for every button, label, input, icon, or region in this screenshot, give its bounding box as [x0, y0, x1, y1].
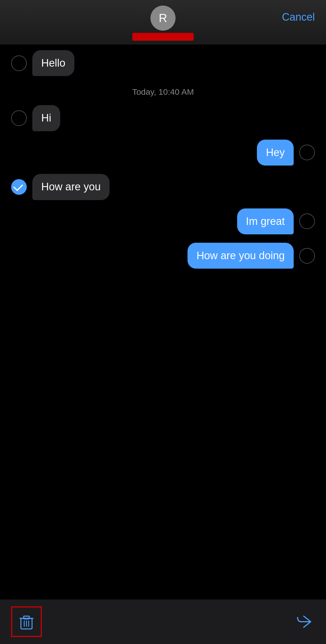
message-checkbox[interactable]: [11, 55, 27, 71]
message-checkbox[interactable]: [11, 110, 27, 126]
timestamp: Today, 10:40 AM: [11, 87, 315, 97]
bottom-toolbar: [0, 599, 326, 644]
message-checkbox[interactable]: [299, 248, 315, 264]
message-checkbox[interactable]: [299, 213, 315, 229]
message-bubble: Hello: [32, 50, 74, 76]
message-row: How are you: [11, 174, 315, 200]
message-checkbox[interactable]: [299, 145, 315, 160]
share-icon: [295, 612, 315, 631]
cancel-button[interactable]: Cancel: [282, 11, 315, 23]
contact-name-bar: [132, 33, 194, 41]
message-bubble: Hey: [257, 140, 294, 166]
message-row: Im great: [11, 208, 315, 234]
avatar-letter: R: [159, 11, 167, 25]
avatar: R: [150, 6, 176, 31]
messages-area: Hello Today, 10:40 AM Hi Hey How are you…: [0, 45, 326, 283]
message-bubble: How are you doing: [188, 243, 294, 269]
message-row: Hey: [11, 140, 315, 166]
contact-avatar-container: R: [132, 6, 194, 41]
delete-button[interactable]: [11, 606, 42, 637]
message-bubble: Im great: [237, 208, 294, 234]
message-row: Hello: [11, 50, 315, 76]
message-bubble: Hi: [32, 105, 60, 131]
share-button[interactable]: [295, 612, 315, 631]
header: R Cancel: [0, 0, 326, 45]
message-row: How are you doing: [11, 243, 315, 269]
message-checkbox-checked[interactable]: [11, 179, 27, 195]
message-bubble: How are you: [32, 174, 110, 200]
trash-icon: [18, 613, 35, 630]
message-row: Hi: [11, 105, 315, 131]
